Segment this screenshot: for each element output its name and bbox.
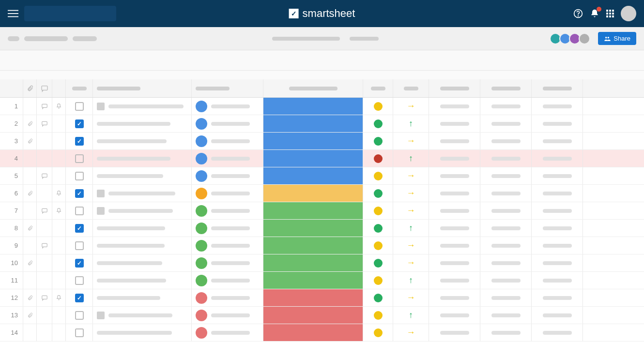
- reminder-cell[interactable]: [52, 307, 66, 324]
- task-cell[interactable]: [93, 272, 192, 289]
- checkbox-cell[interactable]: [66, 272, 93, 289]
- owner-cell[interactable]: [192, 98, 263, 115]
- checkbox[interactable]: [75, 259, 84, 268]
- extra-cell[interactable]: [429, 254, 480, 271]
- extra-cell[interactable]: [480, 220, 532, 237]
- reminder-cell[interactable]: [52, 150, 66, 167]
- health-cell[interactable]: [363, 237, 393, 254]
- comment-cell[interactable]: [37, 272, 52, 289]
- health-cell[interactable]: [363, 254, 393, 271]
- extra-cell[interactable]: [429, 150, 480, 167]
- checkbox[interactable]: [75, 241, 84, 250]
- task-cell[interactable]: [93, 307, 192, 324]
- task-cell[interactable]: [93, 185, 192, 202]
- table-row[interactable]: 5→: [0, 167, 644, 185]
- reminder-cell[interactable]: [52, 220, 66, 237]
- help-icon[interactable]: [573, 9, 583, 18]
- table-row[interactable]: 3→: [0, 133, 644, 150]
- reminder-cell[interactable]: [52, 167, 66, 184]
- checkbox[interactable]: [75, 154, 84, 163]
- extra-cell[interactable]: [532, 185, 583, 202]
- extra-cell[interactable]: [532, 289, 583, 306]
- table-row[interactable]: 8↑: [0, 220, 644, 237]
- extra-cell[interactable]: [480, 98, 532, 115]
- extra-cell[interactable]: [480, 185, 532, 202]
- owner-cell[interactable]: [192, 289, 263, 306]
- table-row[interactable]: 10→: [0, 254, 644, 272]
- owner-cell[interactable]: [192, 185, 263, 202]
- reminder-cell[interactable]: [52, 133, 66, 149]
- extra-cell[interactable]: [480, 289, 532, 306]
- checkbox-cell[interactable]: [66, 289, 93, 306]
- user-avatar[interactable]: [621, 6, 636, 21]
- extra-cell[interactable]: [429, 307, 480, 324]
- comment-cell[interactable]: [37, 324, 52, 341]
- reminder-cell[interactable]: [52, 272, 66, 289]
- extra-cell[interactable]: [480, 133, 532, 149]
- owner-cell[interactable]: [192, 202, 263, 219]
- comment-cell[interactable]: [37, 202, 52, 219]
- checkbox[interactable]: [75, 276, 84, 285]
- sheet-name[interactable]: [24, 36, 68, 41]
- task-cell[interactable]: [93, 98, 192, 115]
- health-cell[interactable]: [363, 202, 393, 219]
- status-cell[interactable]: [263, 133, 363, 149]
- table-row[interactable]: 12→: [0, 289, 644, 307]
- extra-cell[interactable]: [532, 202, 583, 219]
- health-cell[interactable]: [363, 167, 393, 184]
- reminder-cell[interactable]: [52, 254, 66, 271]
- notifications-bell-icon[interactable]: [590, 9, 599, 18]
- extra-cell[interactable]: [429, 98, 480, 115]
- sheet-icon[interactable]: [8, 36, 19, 41]
- owner-cell[interactable]: [192, 167, 263, 184]
- extra-cell[interactable]: [532, 272, 583, 289]
- status-cell[interactable]: [263, 185, 363, 202]
- health-cell[interactable]: [363, 185, 393, 202]
- task-cell[interactable]: [93, 289, 192, 306]
- reminder-cell[interactable]: [52, 185, 66, 202]
- owner-cell[interactable]: [192, 150, 263, 167]
- checkbox-cell[interactable]: [66, 202, 93, 219]
- extra-cell[interactable]: [480, 272, 532, 289]
- extra-cell[interactable]: [429, 272, 480, 289]
- checkbox-cell[interactable]: [66, 115, 93, 132]
- task-cell[interactable]: [93, 254, 192, 271]
- task-cell[interactable]: [93, 237, 192, 254]
- health-cell[interactable]: [363, 220, 393, 237]
- status-cell[interactable]: [263, 202, 363, 219]
- owner-cell[interactable]: [192, 272, 263, 289]
- sheet-menu[interactable]: [73, 36, 97, 41]
- trend-cell[interactable]: →: [393, 237, 429, 254]
- owner-cell[interactable]: [192, 307, 263, 324]
- extra-cell[interactable]: [532, 150, 583, 167]
- comment-cell[interactable]: [37, 307, 52, 324]
- extra-cell[interactable]: [532, 115, 583, 132]
- extra-cell[interactable]: [429, 202, 480, 219]
- task-cell[interactable]: [93, 115, 192, 132]
- attachment-cell[interactable]: [23, 150, 37, 167]
- attachment-cell[interactable]: [23, 272, 37, 289]
- status-cell[interactable]: [263, 150, 363, 167]
- owner-cell[interactable]: [192, 115, 263, 132]
- column-header-comments[interactable]: [37, 79, 52, 97]
- comment-cell[interactable]: [37, 237, 52, 254]
- extra-cell[interactable]: [429, 115, 480, 132]
- extra-cell[interactable]: [480, 167, 532, 184]
- checkbox[interactable]: [75, 224, 84, 233]
- trend-cell[interactable]: →: [393, 289, 429, 306]
- table-row[interactable]: 7→: [0, 202, 644, 220]
- checkbox[interactable]: [75, 102, 84, 111]
- status-cell[interactable]: [263, 220, 363, 237]
- attachment-cell[interactable]: [23, 167, 37, 184]
- extra-cell[interactable]: [532, 167, 583, 184]
- checkbox[interactable]: [75, 172, 84, 180]
- reminder-cell[interactable]: [52, 98, 66, 115]
- trend-cell[interactable]: →: [393, 254, 429, 271]
- extra-cell[interactable]: [532, 133, 583, 149]
- column-header-reminders[interactable]: [52, 79, 66, 97]
- owner-cell[interactable]: [192, 220, 263, 237]
- column-header-checkbox[interactable]: [66, 79, 93, 97]
- extra-cell[interactable]: [532, 220, 583, 237]
- health-cell[interactable]: [363, 98, 393, 115]
- column-header-attachments[interactable]: [23, 79, 37, 97]
